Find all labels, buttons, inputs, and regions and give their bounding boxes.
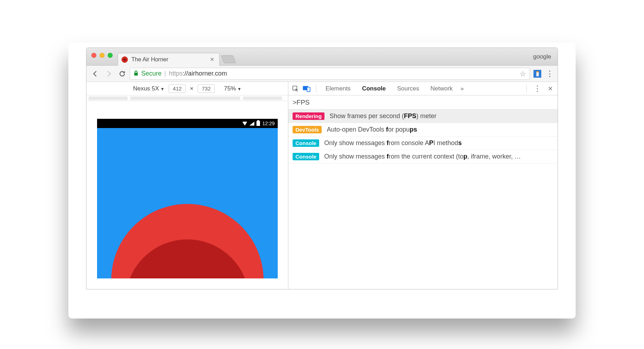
devtools-close-icon[interactable]: × [548,84,553,93]
close-window-button[interactable] [91,53,96,58]
command-row[interactable]: ConsoleOnly show messages from the curre… [288,150,558,164]
separator: | [164,70,166,77]
command-row[interactable]: DevToolsAuto-open DevTools for popups [288,123,558,137]
browser-tab[interactable]: The Air Horner × [118,53,220,66]
device-mode-pane: Nexus 5X × 75% 12:29 [86,82,288,289]
zoom-select[interactable]: 75% [224,85,241,92]
status-time: 12:29 [262,121,275,126]
tab-close-icon[interactable]: × [210,55,214,63]
window-controls [91,53,113,58]
url-text: https://airhorner.com [169,70,227,77]
command-category-badge: DevTools [293,126,322,133]
inspect-element-icon[interactable] [290,84,300,94]
favicon-icon [122,56,128,63]
android-statusbar: 12:29 [97,119,278,128]
command-category-badge: Console [293,139,319,147]
more-tabs-icon[interactable]: » [461,85,464,92]
command-row[interactable]: ConsoleOnly show messages from console A… [288,137,558,150]
zoom-window-button[interactable] [108,53,113,58]
browser-toolbar: Secure | https://airhorner.com ☆ ⋮ [86,66,558,82]
address-bar[interactable]: Secure | https://airhorner.com ☆ [130,68,530,80]
profile-label[interactable]: google [533,53,551,60]
titlebar: The Air Horner × google [86,48,558,66]
tab-title: The Air Horner [131,56,202,63]
device-toolbar: Nexus 5X × 75% [86,82,288,95]
secure-label: Secure [141,70,162,77]
command-category-badge: Rendering [293,112,324,120]
command-category-badge: Console [293,153,319,160]
command-label: Auto-open DevTools for popups [327,126,417,133]
lock-icon [134,70,139,77]
wifi-icon [242,122,247,126]
devtools-tabbar: Elements Console Sources Network » ⋮ × [288,82,558,95]
signal-icon [249,122,254,126]
tab-network[interactable]: Network [425,82,457,95]
tab-sources[interactable]: Sources [392,82,424,95]
device-mode-toggle-icon[interactable] [302,84,312,94]
command-input-text: >FPS [293,99,310,106]
vertical-divider [316,85,316,93]
device-select[interactable]: Nexus 5X [133,85,164,92]
emulated-page[interactable]: 12:29 [97,119,278,278]
content-area: Nexus 5X × 75% 12:29 [86,82,558,289]
battery-icon [256,121,260,126]
command-label: Only show messages from console API meth… [324,139,462,147]
bookmark-star-icon[interactable]: ☆ [520,70,526,78]
command-row[interactable]: RenderingShow frames per second (FPS) me… [288,110,558,123]
command-label: Only show messages from the current cont… [324,153,521,160]
viewport-width-input[interactable] [169,84,186,93]
dimension-x: × [190,85,193,92]
viewport-area: 12:29 [86,101,288,289]
responsive-ruler[interactable] [86,95,288,101]
command-label: Show frames per second (FPS) meter [329,112,436,120]
minimize-window-button[interactable] [100,53,104,58]
command-menu-list: RenderingShow frames per second (FPS) me… [288,110,558,289]
reload-button[interactable] [116,68,128,80]
back-button[interactable] [89,68,101,80]
new-tab-button[interactable] [221,55,236,63]
tab-console[interactable]: Console [357,82,391,95]
tab-elements[interactable]: Elements [321,82,356,95]
browser-menu-icon[interactable]: ⋮ [545,69,555,78]
browser-window: The Air Horner × google Secure | [86,48,558,289]
command-menu-input[interactable]: >FPS [288,95,558,110]
vertical-divider [526,85,527,93]
devtools-pane: Elements Console Sources Network » ⋮ × >… [288,82,558,289]
viewport-height-input[interactable] [198,84,215,93]
svg-rect-2 [307,87,310,92]
devtools-menu-icon[interactable]: ⋮ [532,84,542,93]
lighthouse-extension-icon[interactable] [533,70,541,78]
forward-button[interactable] [103,68,115,80]
